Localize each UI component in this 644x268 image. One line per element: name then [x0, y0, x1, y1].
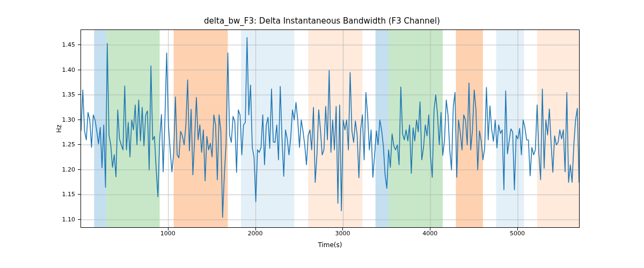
y-tick-label: 1.35 — [0, 91, 75, 98]
x-tick-label: 4000 — [422, 230, 437, 237]
y-tick-mark — [78, 219, 80, 220]
chart-title: delta_bw_F3: Delta Instantaneous Bandwid… — [0, 16, 644, 26]
x-tick-mark — [517, 228, 518, 230]
x-tick-mark — [430, 228, 430, 230]
x-tick-mark — [342, 228, 343, 230]
y-tick-label: 1.10 — [0, 216, 75, 223]
x-tick-label: 1000 — [160, 230, 175, 237]
chart-figure: delta_bw_F3: Delta Instantaneous Bandwid… — [0, 0, 644, 268]
x-tick-mark — [255, 228, 256, 230]
x-axis-label: Time(s) — [80, 241, 580, 249]
y-tick-label: 1.20 — [0, 166, 75, 173]
x-tick-label: 5000 — [510, 230, 525, 237]
highlight-span — [174, 30, 228, 227]
y-axis-ticks: 1.101.151.201.251.301.351.401.45 — [0, 29, 78, 228]
y-tick-label: 1.40 — [0, 66, 75, 73]
y-tick-mark — [78, 144, 80, 145]
x-tick-label: 3000 — [335, 230, 350, 237]
highlight-span — [376, 30, 389, 227]
y-tick-mark — [78, 120, 80, 120]
y-tick-label: 1.30 — [0, 116, 75, 123]
y-tick-mark — [78, 194, 80, 195]
x-axis-ticks: 10002000300040005000 — [80, 229, 580, 240]
y-tick-mark — [78, 70, 80, 70]
x-tick-label: 2000 — [248, 230, 263, 237]
y-tick-label: 1.45 — [0, 41, 75, 48]
y-tick-mark — [78, 169, 80, 170]
y-tick-mark — [78, 44, 80, 45]
highlight-span — [241, 30, 294, 227]
y-tick-label: 1.25 — [0, 141, 75, 148]
plot-svg — [81, 30, 579, 227]
x-tick-mark — [168, 228, 169, 230]
y-tick-label: 1.15 — [0, 191, 75, 198]
y-tick-mark — [78, 94, 80, 95]
plot-area — [80, 29, 580, 228]
